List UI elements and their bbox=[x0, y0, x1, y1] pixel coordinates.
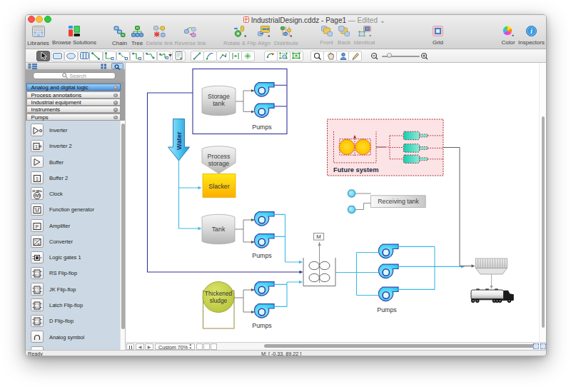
svg-text:1: 1 bbox=[35, 144, 38, 149]
svg-text:Thickened: Thickened bbox=[205, 290, 233, 297]
svg-text:Pumps: Pumps bbox=[252, 252, 272, 259]
svg-text:Water: Water bbox=[176, 131, 183, 150]
svg-text:J Q: J Q bbox=[35, 287, 39, 290]
svg-text:Pumps: Pumps bbox=[252, 322, 272, 329]
svg-text:tank: tank bbox=[213, 100, 225, 107]
svg-text:Pumps: Pumps bbox=[377, 306, 397, 313]
svg-text:Slacker: Slacker bbox=[208, 183, 229, 190]
svg-text:C Q: C Q bbox=[35, 322, 39, 325]
svg-text:Receiving tank: Receiving tank bbox=[378, 198, 419, 205]
svg-text:i: i bbox=[530, 28, 532, 35]
svg-text:R Q: R Q bbox=[35, 274, 39, 277]
svg-text:D Q: D Q bbox=[35, 303, 39, 306]
svg-text:Pumps: Pumps bbox=[252, 124, 272, 131]
svg-text:D Q: D Q bbox=[35, 318, 39, 321]
svg-text:Future system: Future system bbox=[333, 166, 379, 174]
svg-text:P: P bbox=[36, 223, 39, 228]
svg-text:1: 1 bbox=[36, 176, 39, 181]
svg-text:K Q: K Q bbox=[35, 291, 39, 293]
svg-text:Storage: Storage bbox=[208, 93, 230, 100]
svg-text:S Q: S Q bbox=[35, 271, 39, 273]
svg-text:storage: storage bbox=[208, 160, 229, 167]
svg-text:E Q: E Q bbox=[35, 306, 39, 309]
svg-text:Tank: Tank bbox=[212, 226, 226, 233]
svg-text:Process: Process bbox=[208, 153, 231, 160]
svg-text:M: M bbox=[316, 233, 321, 240]
svg-text:sludge: sludge bbox=[210, 297, 228, 304]
